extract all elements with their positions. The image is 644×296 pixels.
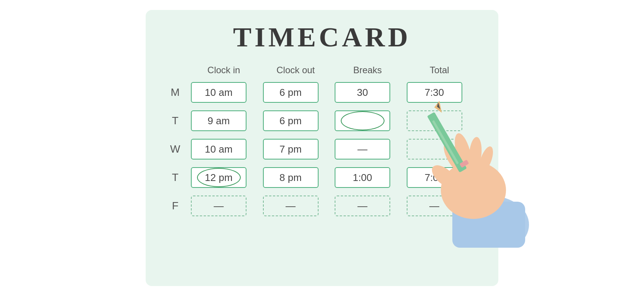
cell-breaks-row4: — — [335, 196, 390, 216]
day-label-0: M — [169, 80, 188, 105]
cell-clock_out-row0: 6 pm — [263, 82, 319, 103]
day-label-2: W — [169, 137, 188, 161]
cell-clock_in-row4: — — [191, 196, 246, 216]
day-label-4: F — [169, 194, 188, 218]
day-label-3: T — [169, 165, 188, 190]
cell-breaks-row0: 30 — [335, 82, 390, 103]
cell-clock_out-row1: 6 pm — [263, 110, 319, 131]
cell-clock_out-row2: 7 pm — [263, 139, 319, 160]
cell-clock_in-row2: 10 am — [191, 139, 246, 160]
timecard-table: Clock in Clock out Breaks Total M10 am6 … — [169, 65, 475, 218]
cell-total-row4: — — [407, 196, 462, 216]
cell-breaks-row1 — [335, 110, 390, 131]
col-header-breaks: Breaks — [332, 65, 404, 80]
cell-clock_out-row3: 8 pm — [263, 167, 319, 188]
cell-total-row0: 7:30 — [407, 82, 462, 103]
cell-total-row3: 7:00 — [407, 167, 462, 188]
day-label-1: T — [169, 109, 188, 133]
cell-clock_in-row1: 9 am — [191, 110, 246, 131]
timecard-card: TIMECARD Clock in Clock out Breaks Total… — [146, 10, 498, 286]
cell-clock_in-row3: 12 pm — [191, 167, 246, 188]
page-title: TIMECARD — [169, 21, 475, 53]
col-header-total: Total — [404, 65, 476, 80]
col-header-clock-in: Clock in — [188, 65, 260, 80]
cell-total-row1 — [407, 110, 462, 131]
cell-clock_out-row4: — — [263, 196, 319, 216]
cell-breaks-row3: 1:00 — [335, 167, 390, 188]
cell-clock_in-row0: 10 am — [191, 82, 246, 103]
svg-point-6 — [476, 145, 496, 174]
cell-breaks-row2: — — [335, 139, 390, 160]
col-header-clock-out: Clock out — [260, 65, 332, 80]
cell-total-row2 — [407, 139, 462, 160]
